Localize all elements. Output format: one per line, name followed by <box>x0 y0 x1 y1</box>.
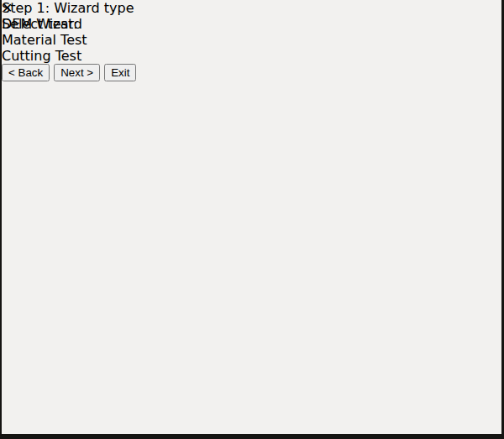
footer: < Back Next > Exit <box>2 64 501 81</box>
material-test-label: Material Test <box>2 32 501 48</box>
close-icon: ✕ <box>2 0 13 16</box>
back-button[interactable]: < Back <box>2 64 50 81</box>
wizard-window: ✕ DEM Wizard Step 1: Wizard type Select … <box>0 0 504 439</box>
close-button[interactable]: ✕ <box>2 0 501 16</box>
titlebar[interactable]: ✕ DEM Wizard <box>2 0 501 17</box>
next-button[interactable]: Next > <box>54 64 100 81</box>
cutting-test-label: Cutting Test <box>2 48 501 64</box>
option-material-test[interactable]: Material Test <box>2 32 501 48</box>
exit-button[interactable]: Exit <box>104 64 136 81</box>
option-cutting-test[interactable]: Cutting Test <box>2 48 501 64</box>
window-title: DEM Wizard <box>2 16 82 32</box>
